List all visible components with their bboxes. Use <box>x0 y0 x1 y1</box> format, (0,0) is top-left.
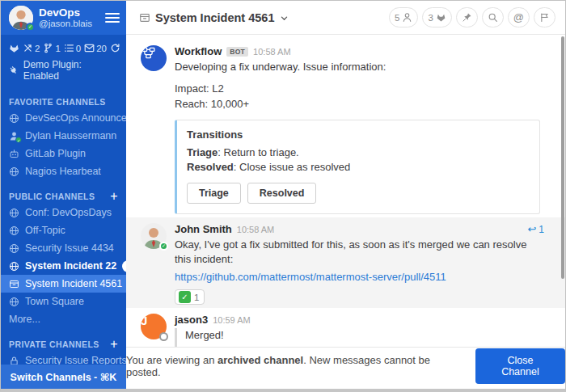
sidebar: ✓ DevOps @jason.blais 2 1 <box>1 1 126 389</box>
sidebar-item-security-issue-4434[interactable]: Security Issue 4434 <box>1 239 126 257</box>
message-attachment: Transitions Triage: Return to triage. Re… <box>175 120 540 215</box>
workflow-icon <box>141 45 156 61</box>
message-text: Merged! <box>185 328 544 343</box>
pinned-posts-button[interactable] <box>456 7 478 27</box>
message-text: Reach: 10,000+ <box>175 97 544 112</box>
online-status-icon: ✓ <box>159 242 168 251</box>
globe-icon <box>9 243 19 254</box>
plug-icon <box>9 65 19 75</box>
white-check-mark-emoji: ✓ <box>179 291 191 303</box>
message-jason3: J jason3 10:59 AM Merged! <box>126 308 565 347</box>
message-timestamp: 10:58 AM <box>253 47 290 57</box>
merge-request-icon <box>23 43 33 53</box>
globe-icon <box>9 226 19 236</box>
channel-name: System Incident 4561 <box>155 11 275 24</box>
jason3-avatar: J <box>141 314 167 339</box>
archived-channel-text: You are viewing an archived channel. New… <box>126 354 464 378</box>
demo-plugin-status: Demo Plugin: Enabled <box>1 55 126 86</box>
attachment-field: Resolved: Close issue as resolved <box>187 160 530 175</box>
sidebar-header: ✓ DevOps @jason.blais <box>1 1 126 35</box>
user-avatar[interactable]: ✓ <box>9 6 33 30</box>
todo-count[interactable]: 0 <box>64 43 81 53</box>
globe-icon <box>9 113 19 124</box>
channel-title-menu[interactable]: System Incident 4561 <box>139 11 289 24</box>
add-private-channel-button[interactable]: + <box>110 339 118 349</box>
public-channels-header: PUBLIC CHANNELS + <box>1 189 126 204</box>
mentions-button[interactable]: @ <box>508 7 530 27</box>
archived-channel-bar: You are viewing an archived channel. New… <box>126 347 565 389</box>
message-timestamp: 10:58 AM <box>237 225 274 234</box>
message-text: Okay, I've got a fix submitted for this,… <box>175 238 544 267</box>
refresh-icon[interactable] <box>110 43 120 53</box>
attachment-title: Transitions <box>187 129 530 141</box>
sidebar-item-devsecops-announces[interactable]: DevSecOps Announces <box>1 109 126 127</box>
gitlab-subscriptions-button[interactable]: 3 <box>422 7 451 27</box>
at-mention-icon: @ <box>513 12 524 23</box>
message-timestamp: 10:59 AM <box>213 315 250 325</box>
member-icon <box>402 12 412 23</box>
sidebar-item-conf-devopsdays[interactable]: Conf: DevOpsDays <box>1 204 126 221</box>
branch-icon <box>43 43 53 53</box>
message-text: Impact: L2 <box>175 82 544 96</box>
sidebar-item-town-square[interactable]: Town Square <box>1 293 126 310</box>
reaction-white-check-mark[interactable]: ✓ 1 <box>175 289 205 305</box>
lock-icon <box>9 356 19 365</box>
globe-icon <box>9 166 19 177</box>
workflow-bot-avatar <box>141 45 167 71</box>
sidebar-item-security-issue-reports[interactable]: Security Issue Reports <box>1 352 126 365</box>
gitlab-tanuki-icon[interactable] <box>9 43 19 53</box>
message-author[interactable]: Workflow <box>175 45 222 57</box>
thread-reply-indent: Merged! <box>175 328 544 347</box>
flag-icon <box>539 12 550 23</box>
sidebar-item-system-incident-22[interactable]: System Incident 22 1 <box>1 257 126 275</box>
message-list: Workflow BOT 10:58 AM Developing a fix u… <box>126 35 565 347</box>
resolved-button[interactable]: Resolved <box>247 183 317 204</box>
mattermost-app: ✓ DevOps @jason.blais 2 1 <box>0 0 566 392</box>
add-public-channel-button[interactable]: + <box>110 192 118 201</box>
globe-icon <box>9 297 19 307</box>
archive-icon <box>139 12 150 23</box>
search-button[interactable] <box>482 7 504 27</box>
main-panel: System Incident 4561 5 3 <box>126 1 565 389</box>
message-workflow-1: Workflow BOT 10:58 AM Developing a fix u… <box>126 40 565 217</box>
merge-request-count[interactable]: 2 <box>23 43 40 53</box>
more-channels-link[interactable]: More... <box>1 310 126 328</box>
team-name[interactable]: DevOps <box>39 6 99 19</box>
sidebar-item-gitlab-plugin[interactable]: GitLab Plugin <box>1 145 126 162</box>
search-icon <box>488 12 498 23</box>
branch-count[interactable]: 1 <box>43 43 60 53</box>
bot-badge: BOT <box>226 47 248 57</box>
members-button[interactable]: 5 <box>389 7 418 27</box>
pin-icon <box>462 12 472 23</box>
globe-icon <box>9 208 19 218</box>
offline-status-icon <box>159 332 168 341</box>
message-john-smith: ✓ John Smith 10:58 AM ↩ 1 Okay, I've got… <box>126 217 565 308</box>
attachment-field: Triage: Return to triage. <box>187 145 530 161</box>
flagged-posts-button[interactable] <box>534 7 555 27</box>
message-link[interactable]: https://github.com/mattermost/mattermost… <box>175 269 446 285</box>
sidebar-item-system-incident-4561[interactable]: System Incident 4561 <box>1 275 126 293</box>
reply-count[interactable]: ↩ 1 <box>527 223 544 235</box>
online-status-icon: ✓ <box>26 23 35 32</box>
channel-header: System Incident 4561 5 3 <box>126 1 565 35</box>
username: @jason.blais <box>39 19 99 29</box>
switch-channels-button[interactable]: Switch Channels - ⌘K <box>1 365 126 389</box>
sidebar-item-nagios-hearbeat[interactable]: Nagios Hearbeat <box>1 162 126 180</box>
gitlab-tanuki-icon <box>436 12 446 23</box>
message-author[interactable]: John Smith <box>175 223 232 235</box>
chevron-down-icon <box>280 14 289 23</box>
mail-icon <box>84 43 95 53</box>
gitlab-status-row[interactable]: 2 1 0 20 <box>1 40 126 55</box>
close-channel-button[interactable]: Close Channel <box>475 348 565 384</box>
scrollbar[interactable] <box>561 36 564 279</box>
message-author[interactable]: jason3 <box>175 314 208 326</box>
sidebar-item-off-topic[interactable]: Off-Topic <box>1 221 126 239</box>
message-text: Developing a fix underway. Issue informa… <box>175 60 544 74</box>
user-online-icon: ✓ <box>9 131 19 141</box>
mail-count[interactable]: 20 <box>84 43 107 53</box>
archive-icon <box>9 279 19 289</box>
globe-icon <box>9 261 19 272</box>
main-menu-button[interactable] <box>105 11 120 25</box>
sidebar-item-dylan-haussermann[interactable]: ✓ Dylan Haussermann <box>1 127 126 145</box>
triage-button[interactable]: Triage <box>187 183 241 204</box>
